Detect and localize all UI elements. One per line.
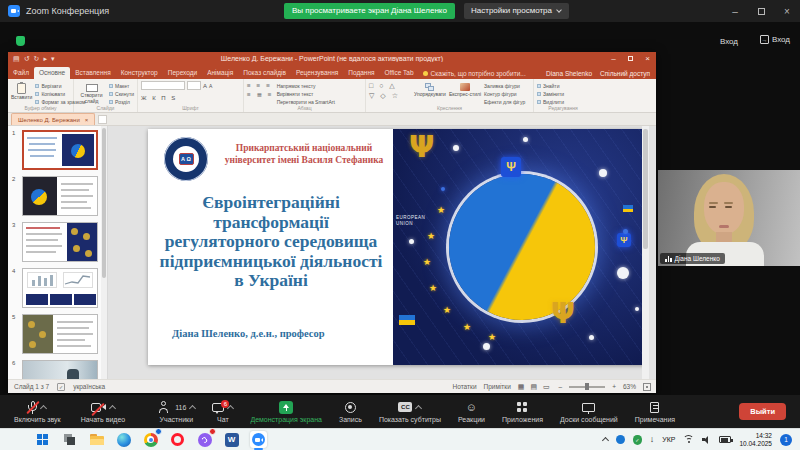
tell-me-box[interactable]: Скажіть, що потрібно зробити...	[423, 67, 526, 79]
audio-options-chevron[interactable]	[40, 405, 47, 412]
tab-insert[interactable]: Вставлення	[70, 67, 116, 79]
video-options-chevron[interactable]	[109, 405, 116, 412]
thumbnail-2-preview[interactable]	[22, 176, 98, 216]
shape-fill-button[interactable]: Заливка фігури	[484, 83, 525, 89]
speaker-icon[interactable]	[702, 436, 711, 444]
close-button[interactable]: ×	[774, 0, 800, 22]
start-video-button[interactable]: Начать видео	[81, 400, 125, 423]
spellcheck-icon[interactable]: ✓	[57, 383, 65, 391]
comments-button[interactable]: Примітки	[484, 383, 511, 390]
download-arrow-icon[interactable]: ↓	[650, 435, 655, 444]
paste-button[interactable]: Вставити	[11, 81, 32, 104]
align-buttons[interactable]: ≡ ≣ ≡	[247, 92, 274, 99]
zoom-taskbar-button[interactable]	[250, 431, 267, 448]
antivirus-shield-icon[interactable]: ✓	[633, 435, 642, 445]
notes-button[interactable]: Нотатки	[453, 383, 477, 390]
replace-button[interactable]: Замінити	[537, 91, 564, 97]
text-direction-button[interactable]: Напрямок тексту	[277, 83, 335, 89]
apps-button[interactable]: Приложения	[502, 400, 543, 423]
thumbnail-6-preview[interactable]	[22, 360, 98, 379]
taskbar-clock[interactable]: 14:32 10.04.2025	[739, 432, 772, 448]
task-view-button[interactable]	[61, 431, 78, 448]
tab-design[interactable]: Конструктор	[116, 67, 163, 79]
file-explorer-button[interactable]	[88, 431, 105, 448]
whiteboards-button[interactable]: Доски сообщений	[560, 400, 618, 423]
signin-link[interactable]: Вход	[720, 37, 738, 46]
share-button[interactable]: Спільний доступ	[600, 70, 650, 77]
thumbnail-1-preview[interactable]	[22, 130, 98, 170]
find-button[interactable]: Знайти	[537, 83, 564, 89]
fit-slide-icon[interactable]	[643, 383, 651, 391]
view-settings-button[interactable]: Настройки просмотра	[464, 3, 569, 19]
notes-button[interactable]: Примечания	[635, 400, 675, 423]
tab-home[interactable]: Основне	[34, 67, 70, 79]
wifi-icon[interactable]	[683, 435, 694, 444]
captions-button[interactable]: CC Показать субтитры	[379, 400, 441, 423]
tab-office-tab[interactable]: Office Tab	[380, 67, 419, 79]
chrome-button[interactable]	[142, 431, 159, 448]
start-button[interactable]	[34, 431, 51, 448]
participant-video[interactable]: Діана Шеленко	[658, 170, 800, 266]
canvas-scrollbar[interactable]	[642, 126, 649, 379]
slide-title[interactable]: Євроінтеграційні трансформації регулятор…	[157, 193, 385, 291]
tab-review[interactable]: Рецензування	[291, 67, 343, 79]
thumbnail-3-preview[interactable]	[22, 222, 98, 262]
zoom-in-icon[interactable]: +	[612, 383, 616, 390]
view-switcher-icons[interactable]: ▦ ▤ ▭	[518, 383, 552, 391]
record-button[interactable]: Запись	[339, 400, 362, 423]
opera-button[interactable]	[169, 431, 186, 448]
participants-chevron[interactable]	[189, 405, 196, 412]
thumbnail-5-preview[interactable]	[22, 314, 98, 354]
quick-styles-button[interactable]: Експрес-стилі	[449, 81, 481, 104]
chat-button[interactable]: 6 Чат	[212, 400, 233, 423]
new-document-tab-button[interactable]	[98, 115, 107, 124]
word-button[interactable]: W	[223, 431, 240, 448]
signin-button[interactable]: → Вход	[760, 35, 790, 44]
tab-transitions[interactable]: Переходи	[163, 67, 202, 79]
ppt-minimize-button[interactable]: –	[605, 52, 622, 65]
participants-button[interactable]: 116 Участники	[157, 400, 195, 423]
tab-slideshow[interactable]: Показ слайдів	[238, 67, 291, 79]
language-switcher[interactable]: УКР	[662, 436, 675, 443]
tab-file[interactable]: Файл	[8, 67, 34, 79]
reset-button[interactable]: Скинути	[109, 91, 134, 97]
tray-overflow-chevron[interactable]	[602, 437, 609, 444]
slide-1[interactable]: А Ω Прикарпатський національний універси…	[148, 129, 645, 365]
account-name[interactable]: Diana Shelenko	[546, 70, 592, 77]
zoom-out-icon[interactable]: –	[559, 383, 563, 390]
edge-button[interactable]	[115, 431, 132, 448]
grow-font-icon[interactable]: A	[203, 83, 207, 89]
language-indicator[interactable]: українська	[73, 383, 105, 390]
font-name-box[interactable]	[141, 81, 185, 90]
arrange-button[interactable]: Упорядкувати	[414, 81, 446, 104]
shapes-gallery[interactable]: □ ○ △ ▽ ◇ ☆	[369, 81, 411, 104]
thumbnail-4-preview[interactable]	[22, 268, 98, 308]
align-text-button[interactable]: Вирівняти текст	[277, 91, 335, 97]
reactions-button[interactable]: ☺ Реакции	[458, 400, 485, 423]
unmute-button[interactable]: Включить звук	[14, 400, 61, 423]
share-screen-button[interactable]: Демонстрация экрана	[250, 400, 322, 423]
ppt-maximize-button[interactable]	[622, 52, 639, 65]
notification-center-badge[interactable]: 1	[780, 434, 792, 446]
chat-chevron[interactable]	[227, 405, 234, 412]
shape-outline-button[interactable]: Контур фігури	[484, 91, 525, 97]
font-format-buttons[interactable]: Ж К П S	[141, 95, 240, 101]
shrink-font-icon[interactable]: A	[209, 83, 212, 89]
document-tab-close-icon[interactable]: ×	[85, 117, 89, 123]
maximize-button[interactable]	[748, 0, 774, 22]
zoom-slider[interactable]	[569, 386, 605, 388]
bluetooth-icon[interactable]	[616, 435, 625, 444]
zoom-percent[interactable]: 63%	[623, 383, 636, 390]
tab-view[interactable]: Подання	[343, 67, 379, 79]
new-slide-button[interactable]: Створити слайд	[77, 81, 106, 104]
ppt-close-button[interactable]: ×	[639, 52, 656, 65]
minimize-button[interactable]: –	[722, 0, 748, 22]
tab-animations[interactable]: Анімація	[202, 67, 238, 79]
thumbnail-scrollbar[interactable]	[101, 126, 107, 379]
list-buttons[interactable]: ≡ ≡ ≡	[247, 83, 274, 90]
leave-meeting-button[interactable]: Выйти	[739, 403, 786, 420]
layout-button[interactable]: Макет	[109, 83, 134, 89]
document-tab[interactable]: Шеленко Д. Бережани ×	[11, 113, 95, 125]
battery-icon[interactable]	[719, 436, 731, 443]
font-size-box[interactable]	[187, 81, 201, 90]
